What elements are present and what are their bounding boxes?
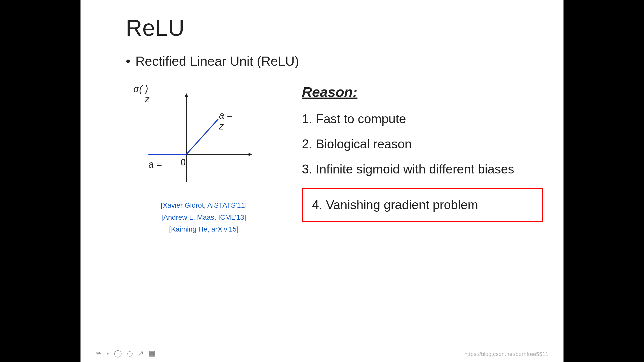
zero-label: 0 (181, 157, 186, 168)
arrow-icon[interactable]: ↗ (138, 349, 144, 357)
pencil-icon[interactable]: ✏ (96, 349, 101, 357)
bullet-point: Rectified Linear Unit (ReLU) (126, 54, 543, 69)
main-content: σ( ) z a = z (126, 81, 543, 352)
ref-3: [Kaiming He, arXiv'15] (161, 223, 247, 235)
reason-list: 1. Fast to compute 2. Biological reason … (302, 110, 543, 222)
lasso-icon[interactable]: ◌ (127, 349, 133, 357)
frame-icon[interactable]: ▣ (149, 349, 155, 357)
relu-diagonal-line (186, 119, 219, 155)
slide: ReLU Rectified Linear Unit (ReLU) σ( ) z (80, 0, 564, 362)
a-eq-0-label: a = (148, 159, 162, 170)
slide-title: ReLU (126, 15, 543, 41)
graph-area: a = z a = 0 (141, 96, 267, 192)
reason-3: 3. Infinite sigmoid with different biase… (302, 160, 543, 178)
ref-2: [Andrew L. Maas, ICML'13] (161, 211, 247, 223)
ref-1: [Xavier Glorot, AISTATS'11] (161, 199, 247, 211)
a-eq-z-label: a = z (219, 110, 232, 132)
circle-icon[interactable]: ◯ (114, 349, 122, 357)
bottom-url: https://blog.csdn.net/bornfree5511 (464, 351, 548, 357)
reason-title: Reason: (302, 84, 543, 100)
relu-horizontal-line (148, 154, 187, 155)
left-panel: σ( ) z a = z (126, 86, 282, 235)
references: [Xavier Glorot, AISTATS'11] [Andrew L. M… (161, 199, 247, 235)
toolbar: ✏ ▪ ◯ ◌ ↗ ▣ (96, 349, 155, 357)
reason-1: 1. Fast to compute (302, 110, 543, 128)
y-axis (186, 96, 187, 182)
right-panel: Reason: 1. Fast to compute 2. Biological… (302, 81, 543, 222)
sigma-label: σ( ) (133, 84, 148, 95)
square-icon[interactable]: ▪ (106, 349, 109, 357)
reason-4: 4. Vanishing gradient problem (302, 188, 543, 222)
reason-2: 2. Biological reason (302, 135, 543, 153)
